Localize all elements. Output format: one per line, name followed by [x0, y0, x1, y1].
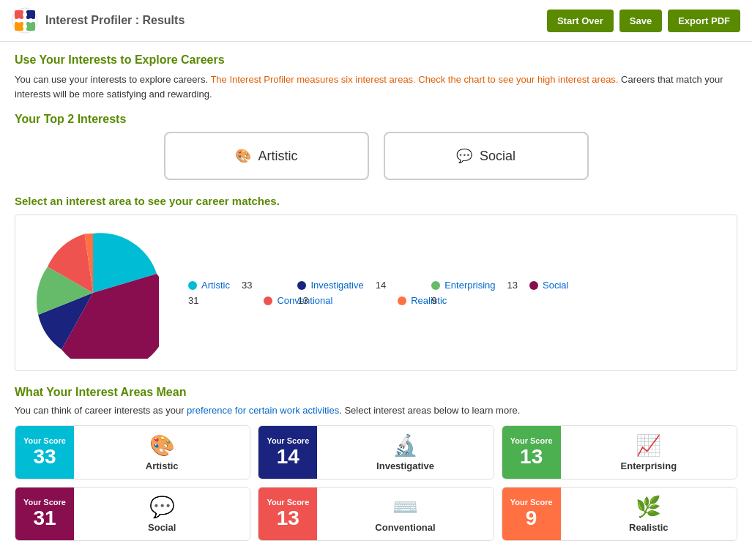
artistic-tile-name: Artistic	[146, 460, 179, 471]
legend-realistic: Realistic	[398, 295, 420, 306]
top-interests-list: 🎨 Artistic 💬 Social	[15, 132, 737, 180]
svg-rect-4	[26, 22, 35, 31]
artistic-score-number: 33	[33, 446, 56, 468]
realistic-score: 9	[431, 295, 495, 306]
top-interest-artistic[interactable]: 🎨 Artistic	[164, 132, 369, 180]
legend-conventional: Conventional	[264, 295, 286, 306]
legend-social: Social	[529, 280, 551, 291]
main-content: Use Your Interests to Explore Careers Yo…	[0, 42, 752, 553]
header-title: Interest Profiler : Results	[45, 14, 185, 27]
enterprising-score-number: 13	[520, 446, 543, 468]
pie-chart	[27, 227, 159, 359]
logo-icon	[12, 7, 38, 34]
investigative-score-number: 14	[277, 446, 299, 468]
meaning-section-title: What Your Interest Areas Mean	[15, 386, 737, 399]
realistic-score-number: 9	[526, 507, 537, 530]
enterprising-tile-icon: 📈	[636, 433, 661, 458]
conventional-score-label: Your Score	[267, 498, 309, 507]
enterprising-dot	[431, 281, 440, 290]
artistic-score-block: Your Score 33	[15, 426, 74, 479]
enterprising-link[interactable]: Enterprising	[444, 280, 495, 291]
conventional-score-number: 13	[277, 507, 299, 530]
header: Interest Profiler : Results Start Over S…	[0, 0, 752, 42]
artistic-link[interactable]: Artistic	[201, 280, 230, 291]
header-left: Interest Profiler : Results	[12, 7, 185, 34]
artistic-dot	[188, 281, 197, 290]
enterprising-score-label: Your Score	[510, 436, 553, 446]
save-button[interactable]: Save	[619, 10, 662, 32]
export-pdf-button[interactable]: Export PDF	[668, 10, 740, 32]
top-interest-social[interactable]: 💬 Social	[384, 132, 589, 180]
investigative-score-label: Your Score	[267, 436, 309, 446]
conventional-tile-name: Conventional	[375, 522, 435, 533]
social-tile-name: Social	[148, 522, 176, 533]
tile-investigative[interactable]: Your Score 14 🔬 Investigative	[258, 425, 494, 479]
social-score-label: Your Score	[23, 498, 66, 507]
realistic-dot	[398, 296, 406, 305]
svg-rect-1	[15, 10, 23, 19]
investigative-score-block: Your Score 14	[258, 426, 317, 479]
header-buttons: Start Over Save Export PDF	[547, 10, 740, 32]
social-tile-icon: 💬	[149, 495, 175, 519]
top-interests-title: Your Top 2 Interests	[15, 113, 737, 126]
social-icon: 💬	[456, 148, 472, 164]
artistic-score-label: Your Score	[23, 436, 66, 446]
tile-conventional[interactable]: Your Score 13 ⌨️ Conventional	[258, 487, 494, 541]
realistic-score-label: Your Score	[510, 498, 553, 507]
tile-artistic[interactable]: Your Score 33 🎨 Artistic	[15, 425, 250, 479]
svg-point-5	[23, 12, 27, 17]
investigative-info: 🔬 Investigative	[317, 426, 493, 479]
social-score-number: 31	[33, 507, 56, 530]
investigative-dot	[297, 281, 306, 290]
social-score: 31	[188, 295, 230, 306]
realistic-score-block: Your Score 9	[502, 488, 561, 540]
svg-point-6	[17, 18, 21, 23]
tile-enterprising[interactable]: Your Score 13 📈 Enterprising	[502, 425, 737, 479]
realistic-info: 🌿 Realistic	[561, 488, 737, 540]
explore-careers-title: Use Your Interests to Explore Careers	[15, 53, 737, 67]
social-dot	[529, 281, 538, 290]
tile-social[interactable]: Your Score 31 💬 Social	[15, 487, 250, 541]
conventional-score: 13	[297, 295, 363, 306]
legend-enterprising: Enterprising	[431, 280, 495, 291]
meaning-text: You can think of career interests as you…	[15, 403, 737, 418]
conventional-dot	[264, 296, 272, 305]
svg-rect-2	[26, 10, 35, 19]
start-over-button[interactable]: Start Over	[547, 10, 614, 32]
investigative-tile-name: Investigative	[376, 460, 434, 471]
artistic-label: Artistic	[258, 149, 298, 164]
enterprising-score-block: Your Score 13	[502, 426, 561, 479]
social-label: Social	[480, 149, 515, 164]
artistic-tile-icon: 🎨	[149, 433, 175, 458]
investigative-tile-icon: 🔬	[392, 433, 418, 458]
intro-paragraph: You can use your interests to explore ca…	[15, 72, 737, 101]
investigative-link[interactable]: Investigative	[310, 280, 363, 291]
enterprising-tile-name: Enterprising	[621, 460, 677, 471]
social-info: 💬 Social	[74, 488, 250, 540]
artistic-score: 33	[242, 280, 252, 291]
interest-tiles-grid: Your Score 33 🎨 Artistic Your Score 14 🔬…	[15, 425, 737, 541]
intro-text-plain: You can use your interests to explore ca…	[15, 74, 208, 85]
meaning-highlight: preference for certain work activities	[187, 405, 339, 416]
artistic-icon: 🎨	[235, 148, 251, 164]
enterprising-info: 📈 Enterprising	[561, 426, 737, 479]
conventional-info: ⌨️ Conventional	[317, 488, 493, 540]
social-score-block: Your Score 31	[15, 488, 74, 540]
chart-legend: Artistic 33 Investigative 14 Enterprisin…	[188, 280, 551, 306]
legend-artistic: Artistic	[188, 280, 230, 291]
realistic-tile-name: Realistic	[629, 522, 668, 533]
select-interest-text: Select an interest area to see your care…	[15, 195, 737, 207]
svg-rect-3	[15, 22, 23, 31]
tile-realistic[interactable]: Your Score 9 🌿 Realistic	[502, 487, 737, 541]
svg-point-8	[23, 24, 27, 29]
chart-container: Artistic 33 Investigative 14 Enterprisin…	[15, 214, 737, 371]
legend-investigative: Investigative	[297, 280, 363, 291]
artistic-info: 🎨 Artistic	[74, 426, 250, 479]
social-link[interactable]: Social	[543, 280, 568, 291]
intro-text-highlight: The Interest Profiler measures six inter…	[210, 74, 618, 85]
investigative-score: 14	[376, 280, 386, 291]
enterprising-score: 13	[507, 280, 518, 291]
svg-point-7	[29, 18, 33, 23]
conventional-tile-icon: ⌨️	[392, 495, 418, 519]
conventional-score-block: Your Score 13	[258, 488, 317, 540]
